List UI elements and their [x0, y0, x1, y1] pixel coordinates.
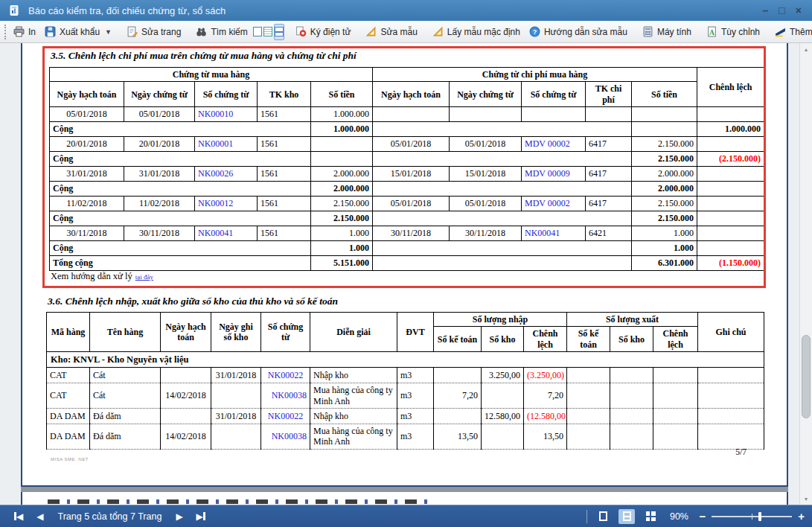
table-cell: [697, 107, 764, 122]
add-background-button[interactable]: Thêm hình nền: [770, 24, 812, 39]
single-page-view-button[interactable]: [595, 509, 611, 524]
maximize-button[interactable]: □: [779, 5, 784, 16]
multi-page-view-button[interactable]: [642, 509, 659, 524]
table-cell: [698, 424, 764, 449]
edit-template-button[interactable]: Sửa mẫu: [361, 24, 421, 39]
document-link[interactable]: NK00041: [195, 226, 258, 241]
table-cell: [450, 107, 522, 122]
document-link[interactable]: NK00001: [195, 137, 258, 152]
scroll-down-arrow[interactable]: ▼: [800, 493, 812, 505]
export-button[interactable]: Xuất khẩu ▼: [40, 24, 116, 39]
document-link[interactable]: NK00038: [261, 383, 310, 409]
clipped-next-page-text: [48, 499, 435, 504]
table-cell: (3.250,00): [524, 368, 567, 383]
report-page-5: 3.5. Chênh lệch chi phí mua trên chứng t…: [21, 43, 788, 487]
vertical-scrollbar[interactable]: ▲ ▼: [799, 43, 812, 505]
digital-signature-icon: [295, 26, 307, 37]
group-header-diff: Chênh lệch: [697, 68, 764, 107]
print-label: In: [28, 27, 36, 37]
digital-sign-label: Ký điện tử: [310, 27, 351, 37]
group-header-quantity-in: Số lượng nhập: [434, 313, 567, 327]
table-cell: [632, 122, 697, 137]
table-cell: 2.150.000: [311, 211, 373, 226]
table-cell: DA DAM: [47, 424, 90, 449]
document-link[interactable]: NK00026: [195, 167, 258, 182]
table-cell: m3: [397, 368, 434, 383]
edit-page-label: Sửa trang: [141, 27, 181, 37]
next-page-button[interactable]: ▶: [176, 511, 182, 522]
last-page-button[interactable]: ▶: [196, 511, 205, 522]
document-link[interactable]: MDV 00009: [522, 167, 586, 182]
table-cell: 7,20: [434, 383, 482, 409]
table-cell: 30/11/2018: [450, 226, 522, 241]
zoom-in-button[interactable]: +: [798, 511, 805, 522]
table-cell: [373, 241, 632, 256]
document-link[interactable]: NK00041: [522, 226, 586, 241]
table-row: CATCát14/02/2018NK00038Mua hàng của công…: [47, 383, 764, 409]
default-template-button[interactable]: Lấy mẫu mặc định: [428, 24, 525, 39]
template-help-button[interactable]: ? Hướng dẫn sửa mẫu: [525, 24, 632, 39]
column-header: Ngày hạch toán: [50, 82, 124, 107]
document-link[interactable]: NK00012: [195, 197, 258, 211]
view-continuous-button[interactable]: [274, 24, 284, 40]
document-link[interactable]: MDV 00002: [522, 137, 586, 152]
table-row: Cộng1.000.0001.000.000: [50, 122, 764, 137]
column-header: TK chi phí: [586, 82, 632, 107]
calculator-button[interactable]: Máy tính: [638, 24, 696, 39]
table-row: 20/01/201820/01/2018NK00001156105/01/201…: [50, 137, 764, 152]
scroll-up-arrow[interactable]: ▲: [800, 43, 812, 55]
page-number: 5/7: [735, 447, 747, 456]
table-cell: Cộng: [50, 211, 311, 226]
document-link[interactable]: NK00038: [261, 424, 310, 449]
svg-text:A: A: [709, 28, 715, 36]
document-link[interactable]: MDV 00002: [522, 197, 586, 211]
page-indicator: Trang 5 của tổng 7 Trang: [57, 511, 162, 522]
table-cell: 1.000: [311, 226, 373, 241]
edit-page-button[interactable]: Sửa trang: [122, 24, 185, 39]
table-cell: 31/01/2018: [124, 167, 195, 182]
first-page-button[interactable]: ◀: [14, 511, 23, 522]
customize-button[interactable]: A Tùy chỉnh: [702, 24, 764, 39]
table-cell: [698, 368, 764, 383]
table-cell: [697, 137, 764, 152]
table-cell: [311, 152, 373, 167]
table-row: Cộng2.150.0002.150.000: [50, 211, 764, 226]
zoom-slider[interactable]: − +: [699, 511, 805, 522]
export-label: Xuất khẩu: [60, 27, 100, 37]
zoom-slider-track[interactable]: [712, 516, 792, 517]
previous-page-button[interactable]: ◀: [36, 511, 43, 522]
zoom-out-button[interactable]: −: [699, 511, 706, 522]
table-cell: 1561: [258, 197, 311, 211]
continuous-view-button[interactable]: [618, 509, 635, 524]
search-button[interactable]: Tìm kiếm: [191, 24, 252, 39]
help-link[interactable]: tại đây: [135, 273, 153, 281]
table-cell: Cộng: [50, 241, 311, 256]
template-help-label: Hướng dẫn sửa mẫu: [544, 27, 627, 37]
document-link[interactable]: NK00022: [261, 368, 310, 383]
document-link[interactable]: NK00022: [261, 408, 310, 424]
table-cell: Đá dăm: [90, 408, 161, 424]
close-button[interactable]: ×: [796, 5, 802, 16]
view-text-mode-button[interactable]: [263, 24, 272, 40]
print-button[interactable]: In: [9, 24, 40, 39]
table-cell: [610, 408, 653, 424]
scrollbar-thumb[interactable]: [802, 335, 811, 418]
table-cell: [211, 424, 261, 449]
digital-sign-button[interactable]: Ký điện tử: [291, 24, 356, 39]
view-single-page-button[interactable]: [253, 24, 262, 40]
table-cell: 05/01/2018: [373, 197, 450, 211]
zoom-slider-thumb[interactable]: [758, 512, 761, 521]
window-titlebar: Báo cáo kiểm tra, đối chiếu chứng từ, sổ…: [0, 0, 812, 21]
document-link[interactable]: NK00010: [195, 107, 258, 122]
table-cell: [697, 211, 764, 226]
table-cell: [482, 383, 524, 409]
edit-template-label: Sửa mẫu: [380, 27, 417, 37]
text-mode-icon: [263, 27, 272, 36]
column-header: Ngày hạch toán: [373, 82, 450, 107]
svg-text:?: ?: [533, 28, 537, 36]
table-cell: m3: [397, 408, 434, 424]
table-cell: m3: [397, 383, 434, 409]
table-cell: 30/11/2018: [124, 226, 195, 241]
minimize-button[interactable]: –: [763, 5, 769, 16]
chevron-down-icon[interactable]: ▼: [105, 28, 112, 36]
